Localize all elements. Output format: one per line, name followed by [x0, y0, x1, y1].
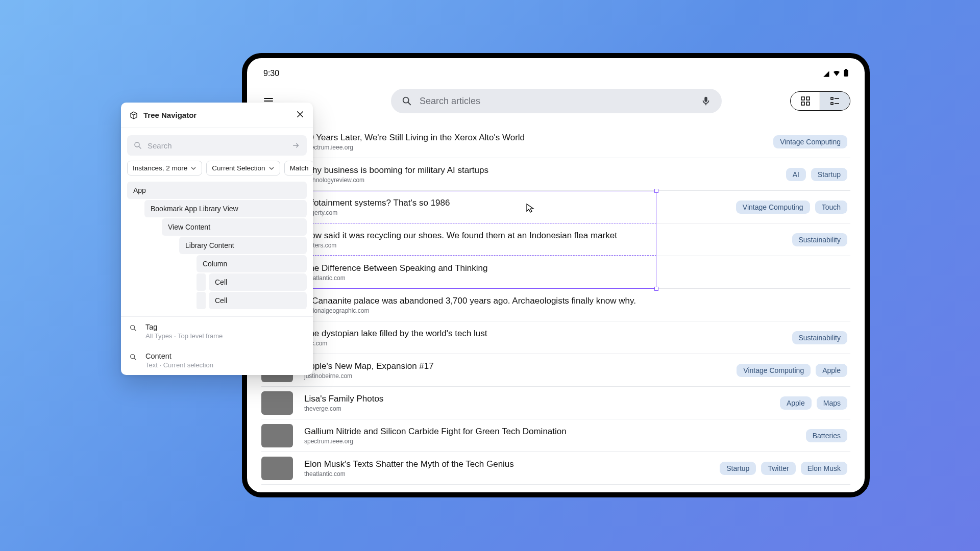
- article-row[interactable]: Infotainment systems? That's so 1986hage…: [261, 191, 850, 223]
- article-row[interactable]: Gallium Nitride and Silicon Carbide Figh…: [261, 419, 850, 452]
- tree-node-bookmark-app-library-view[interactable]: Bookmark App Library View: [144, 200, 307, 217]
- article-row[interactable]: Why business is booming for military AI …: [261, 158, 850, 191]
- search-bar[interactable]: [391, 89, 722, 113]
- article-title: A Canaanite palace was abandoned 3,700 y…: [304, 296, 836, 306]
- article-row[interactable]: The Difference Between Speaking and Thin…: [261, 256, 850, 289]
- tag-chip[interactable]: Sustainability: [792, 331, 848, 344]
- tag-chip[interactable]: Sustainability: [792, 233, 848, 246]
- article-tags: Vintage ComputingTouch: [736, 201, 850, 214]
- article-row[interactable]: The dystopian lake filled by the world's…: [261, 321, 850, 354]
- article-text: Lisa's Family Photostheverge.com: [304, 394, 769, 412]
- tag-chip[interactable]: Maps: [817, 396, 847, 410]
- article-source: theverge.com: [304, 405, 769, 412]
- svg-rect-4: [704, 97, 707, 102]
- article-tags: Vintage ComputingApple: [737, 364, 850, 377]
- tag-chip[interactable]: Startup: [811, 168, 847, 181]
- search-input[interactable]: [420, 96, 693, 107]
- article-tags: Sustainability: [792, 331, 851, 344]
- svg-line-17: [134, 329, 136, 331]
- filter-instances[interactable]: Instances, 2 more: [127, 161, 202, 176]
- arrow-right-icon[interactable]: [291, 141, 301, 150]
- tree-node-view-content[interactable]: View Content: [162, 218, 307, 236]
- tag-chip[interactable]: Twitter: [761, 462, 795, 475]
- article-title: 50 Years Later, We're Still Living in th…: [304, 133, 762, 143]
- article-title: The dystopian lake filled by the world's…: [304, 329, 781, 339]
- tag-chip[interactable]: Batteries: [806, 429, 847, 442]
- article-title: Lisa's Family Photos: [304, 394, 769, 404]
- article-row[interactable]: A Canaanite palace was abandoned 3,700 y…: [261, 289, 850, 321]
- tag-chip[interactable]: Elon Musk: [801, 462, 847, 475]
- tree-navigator-panel: Tree Navigator Instances, 2 more Current…: [121, 103, 313, 375]
- svg-rect-12: [831, 103, 833, 105]
- tablet-frame: 9:30 ◢: [242, 53, 870, 497]
- footer-sublabel: All Types · Top level frame: [145, 332, 223, 340]
- signal-icon: ◢: [823, 69, 829, 78]
- tag-chip[interactable]: Touch: [815, 201, 847, 214]
- svg-point-16: [131, 325, 135, 330]
- grid-icon: [801, 96, 810, 106]
- tag-chip[interactable]: Vintage Computing: [773, 135, 847, 148]
- article-thumbnail: [261, 391, 293, 415]
- tag-chip[interactable]: Vintage Computing: [736, 201, 810, 214]
- article-source: nationalgeographic.com: [304, 307, 836, 314]
- panel-search: [127, 135, 307, 156]
- panel-filters: Instances, 2 more Current Selection Matc…: [121, 161, 313, 182]
- article-title: Gallium Nitride and Silicon Carbide Figh…: [304, 427, 795, 437]
- list-icon: [830, 96, 840, 106]
- tree-node-column[interactable]: Column: [197, 255, 307, 272]
- svg-rect-9: [806, 102, 810, 105]
- mic-icon[interactable]: [700, 95, 712, 107]
- tablet-content: 9:30 ◢: [247, 58, 865, 492]
- tag-chip[interactable]: Vintage Computing: [737, 364, 811, 377]
- svg-line-19: [134, 358, 136, 360]
- panel-search-input[interactable]: [127, 135, 307, 156]
- article-title: The Difference Between Speaking and Thin…: [304, 263, 836, 273]
- article-row[interactable]: Elon Musk's Texts Shatter the Myth of th…: [261, 452, 850, 485]
- close-icon: [296, 110, 305, 119]
- article-tags: StartupTwitterElon Musk: [720, 462, 850, 475]
- tag-chip[interactable]: Apple: [816, 364, 847, 377]
- tag-chip[interactable]: AI: [786, 168, 806, 181]
- search-icon: [129, 353, 137, 361]
- status-icons: ◢: [823, 69, 848, 79]
- article-row[interactable]: Lisa's Family Photostheverge.comAppleMap…: [261, 387, 850, 419]
- article-title: Why business is booming for military AI …: [304, 165, 775, 176]
- footer-item-content[interactable]: Content Text · Current selection: [121, 346, 313, 375]
- view-toggle: [790, 91, 850, 111]
- panel-title: Tree Navigator: [143, 111, 197, 119]
- filter-match[interactable]: Match: [284, 161, 313, 176]
- article-row[interactable]: 50 Years Later, We're Still Living in th…: [261, 126, 850, 158]
- tree-spine: [197, 292, 206, 309]
- article-thumbnail: [261, 457, 293, 480]
- svg-line-15: [139, 146, 141, 148]
- svg-point-14: [135, 142, 139, 147]
- tree: App Bookmark App Library View View Conte…: [121, 182, 313, 316]
- grid-view-button[interactable]: [791, 92, 820, 110]
- tag-chip[interactable]: Apple: [780, 396, 812, 410]
- article-list[interactable]: 50 Years Later, We're Still Living in th…: [261, 126, 850, 492]
- article-row[interactable]: Apple's New Map, Expansion #17justinobei…: [261, 354, 850, 387]
- list-view-button[interactable]: [820, 92, 850, 110]
- chevron-down-icon: [190, 165, 197, 171]
- article-text: Elon Musk's Texts Shatter the Myth of th…: [304, 459, 708, 478]
- chip-label: Instances, 2 more: [133, 164, 187, 172]
- panel-header: Tree Navigator: [121, 103, 313, 128]
- status-time: 9:30: [263, 69, 279, 78]
- tree-node-cell-1[interactable]: Cell: [197, 273, 307, 291]
- top-bar: [261, 89, 850, 113]
- filter-scope[interactable]: Current Selection: [206, 161, 280, 176]
- tree-node-app[interactable]: App: [127, 182, 307, 199]
- article-text: 50 Years Later, We're Still Living in th…: [304, 133, 762, 151]
- svg-rect-8: [801, 102, 804, 105]
- panel-close-button[interactable]: [296, 110, 305, 120]
- article-text: The dystopian lake filled by the world's…: [304, 329, 781, 347]
- cube-icon: [129, 111, 138, 120]
- tag-chip[interactable]: Startup: [720, 462, 756, 475]
- article-row[interactable]: Dow said it was recycling our shoes. We …: [261, 223, 850, 256]
- footer-item-tag[interactable]: Tag All Types · Top level frame: [121, 317, 313, 346]
- article-tags: AIStartup: [786, 168, 850, 181]
- article-text: Gallium Nitride and Silicon Carbide Figh…: [304, 427, 795, 445]
- tree-node-library-content[interactable]: Library Content: [179, 237, 307, 254]
- svg-point-18: [131, 355, 135, 359]
- tree-node-cell-2[interactable]: Cell: [197, 292, 307, 309]
